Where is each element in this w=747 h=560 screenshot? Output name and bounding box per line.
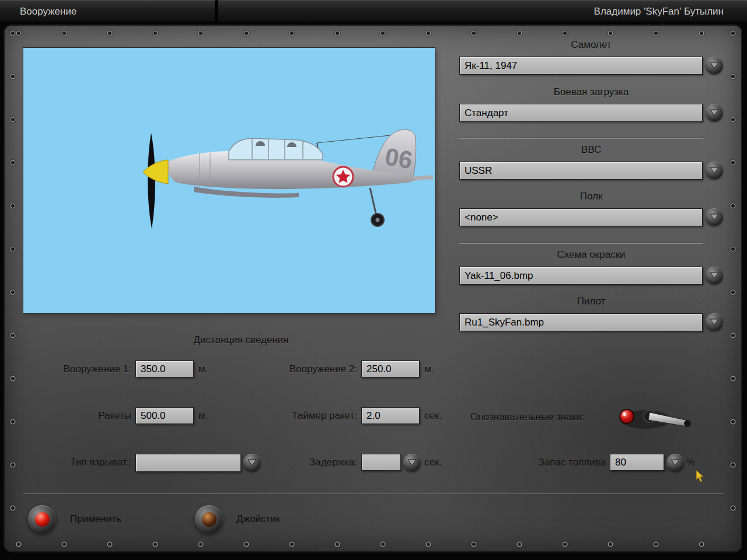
rockets-input[interactable] xyxy=(135,407,194,424)
fuel-label: Запас топлива xyxy=(502,454,606,471)
chevron-down-icon xyxy=(710,318,719,326)
weapon1-label: Вооружение 1: xyxy=(23,360,131,378)
player-name-bar: Владимир 'SkyFan' Бутылин xyxy=(218,0,747,22)
screen-title-bar: Вооружение xyxy=(0,0,217,22)
regiment-select-button[interactable] xyxy=(706,208,723,226)
weapon2-unit: м. xyxy=(424,360,434,378)
fuel-select-button[interactable] xyxy=(666,454,684,471)
aircraft-select-button[interactable] xyxy=(706,57,723,74)
loadout-section-label: Боевая загрузка xyxy=(459,83,723,101)
paint-scheme-select[interactable]: Yak-11_06.bmp xyxy=(459,267,703,285)
pilot-section-label: Пилот xyxy=(459,293,723,310)
regiment-section-label: Полк xyxy=(459,188,723,205)
delay-input[interactable] xyxy=(361,454,401,471)
markings-toggle-switch[interactable] xyxy=(616,401,692,435)
separator xyxy=(459,138,703,139)
paint-scheme-section-label: Схема окраски xyxy=(459,246,723,264)
weapon1-unit: м. xyxy=(198,360,208,378)
separator xyxy=(23,493,724,494)
aircraft-section-label: Самолет xyxy=(459,36,723,54)
chevron-down-icon xyxy=(710,272,719,279)
airforce-select-button[interactable] xyxy=(706,162,723,179)
apply-button-light xyxy=(35,512,50,527)
rivet-column-right xyxy=(729,30,736,547)
airforce-section-label: ВВС xyxy=(459,141,723,159)
rocket-timer-label: Таймер ракет: xyxy=(248,407,357,425)
chevron-down-icon xyxy=(671,459,680,466)
player-name: Владимир 'SkyFan' Бутылин xyxy=(594,6,724,17)
weapon2-label: Вооружение 2: xyxy=(248,360,357,378)
screen-title: Вооружение xyxy=(20,6,76,17)
rockets-unit: м. xyxy=(198,407,208,425)
armament-screen: Вооружение Владимир 'SkyFan' Бутылин xyxy=(0,0,747,560)
mouse-cursor xyxy=(696,470,705,485)
markings-label: Опознавательные знаки: xyxy=(470,408,585,426)
fuse-type-label: Тип взрыват.: xyxy=(23,454,131,471)
paint-scheme-select-button[interactable] xyxy=(706,267,723,284)
chevron-down-icon xyxy=(710,62,719,69)
rocket-timer-input[interactable] xyxy=(361,407,420,424)
rockets-label: Ракеты xyxy=(23,407,131,425)
pilot-select-button[interactable] xyxy=(706,313,723,331)
convergence-title: Дистанция сведения xyxy=(95,331,387,349)
separator xyxy=(459,243,703,244)
aircraft-image: 06 xyxy=(23,48,435,313)
delay-unit: сек. xyxy=(424,454,442,471)
tail-number: 06 xyxy=(383,142,414,174)
regiment-select[interactable]: <none> xyxy=(459,208,703,226)
fuel-input[interactable] xyxy=(610,454,664,471)
delay-label: Задержка: xyxy=(248,454,357,471)
aircraft-preview: 06 xyxy=(23,48,435,313)
rocket-timer-unit: сек. xyxy=(424,407,442,425)
fuel-unit: % xyxy=(686,454,695,471)
loadout-select[interactable]: Стандарт xyxy=(459,104,703,122)
apply-button[interactable] xyxy=(28,505,56,533)
toggle-switch-icon xyxy=(616,401,692,435)
joystick-button-light xyxy=(202,512,217,527)
cursor-arrow-icon xyxy=(696,470,705,483)
chevron-down-icon xyxy=(710,214,719,220)
weapon1-input[interactable] xyxy=(135,360,194,377)
fuse-type-select[interactable] xyxy=(135,454,241,472)
weapon2-input[interactable] xyxy=(361,360,420,377)
joystick-button-label: Джойстик xyxy=(236,510,280,528)
aircraft-select[interactable]: Як-11, 1947 xyxy=(459,57,703,75)
apply-button-label: Применить xyxy=(70,510,121,528)
chevron-down-icon xyxy=(710,109,719,116)
delay-select-button[interactable] xyxy=(403,454,421,471)
joystick-button[interactable] xyxy=(195,505,223,533)
loadout-select-button[interactable] xyxy=(706,104,723,121)
airforce-select[interactable]: USSR xyxy=(459,162,703,180)
chevron-down-icon xyxy=(407,459,417,466)
pilot-select[interactable]: Ru1_SkyFan.bmp xyxy=(459,313,703,331)
rivet-column-left xyxy=(9,30,16,547)
rivet-row-bottom xyxy=(15,541,731,548)
chevron-down-icon xyxy=(710,167,719,174)
